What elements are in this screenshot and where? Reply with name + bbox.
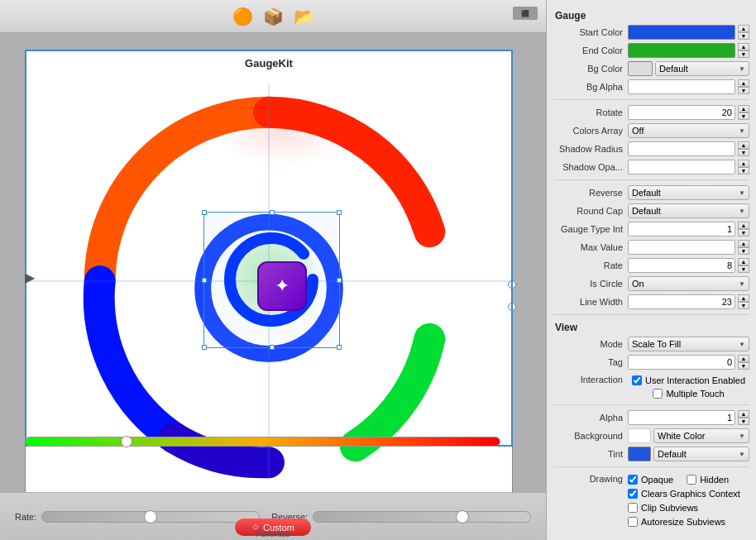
handle-bc[interactable] bbox=[270, 345, 275, 350]
reverse-slider[interactable] bbox=[313, 511, 531, 523]
handle-tc[interactable] bbox=[270, 210, 275, 215]
stepper-down[interactable]: ▼ bbox=[738, 247, 749, 255]
stepper-down[interactable]: ▼ bbox=[738, 149, 749, 156]
canvas-area: 🟠 📦 📂 ⬛ GaugeKit bbox=[0, 0, 546, 540]
tag-field[interactable] bbox=[628, 355, 735, 370]
handle-mr[interactable] bbox=[337, 278, 342, 283]
bg-color-dropdown[interactable]: Default ▼ bbox=[655, 61, 749, 76]
opaque-checkbox[interactable] bbox=[628, 475, 638, 485]
rotate-stepper[interactable]: ▲ ▼ bbox=[738, 105, 749, 120]
interaction-row: Interaction User Interaction Enabled Mul… bbox=[547, 371, 756, 401]
autoresize-label: Autoresize Subviews bbox=[641, 517, 725, 527]
colors-array-control: Off ▼ bbox=[628, 123, 749, 138]
tint-control: Default ▼ bbox=[628, 447, 749, 461]
stepper-up[interactable]: ▲ bbox=[738, 105, 749, 112]
background-dropdown[interactable]: White Color ▼ bbox=[653, 428, 749, 443]
max-value-stepper[interactable]: ▲ ▼ bbox=[738, 240, 749, 255]
gauge-type-int-field[interactable] bbox=[628, 222, 735, 237]
line-width-stepper[interactable]: ▲ ▼ bbox=[738, 294, 749, 309]
rate-slider[interactable] bbox=[41, 511, 260, 523]
max-value-label: Max Value bbox=[553, 242, 628, 252]
stepper-up[interactable]: ▲ bbox=[738, 240, 749, 247]
reverse-row: Reverse Default ▼ bbox=[547, 184, 756, 202]
rate-stepper[interactable]: ▲ ▼ bbox=[738, 258, 749, 273]
rate-slider-thumb[interactable] bbox=[121, 436, 132, 447]
dropdown-arrow: ▼ bbox=[739, 189, 745, 197]
stepper-up[interactable]: ▲ bbox=[738, 294, 749, 302]
tint-dropdown[interactable]: Default ▼ bbox=[653, 447, 749, 461]
stepper-up[interactable]: ▲ bbox=[738, 160, 749, 167]
stepper-down[interactable]: ▼ bbox=[738, 265, 749, 273]
is-circle-dropdown[interactable]: On ▼ bbox=[628, 276, 749, 291]
canvas-container[interactable]: GaugeKit bbox=[0, 33, 546, 492]
gauge-type-int-stepper[interactable]: ▲ ▼ bbox=[738, 222, 749, 237]
edge-handle-right[interactable] bbox=[508, 280, 516, 289]
end-color-well[interactable] bbox=[628, 43, 735, 58]
edge-handle-right2[interactable] bbox=[508, 303, 516, 311]
colors-array-value: Off bbox=[632, 126, 644, 136]
multiple-touch-checkbox[interactable] bbox=[653, 389, 663, 399]
handle-tr[interactable] bbox=[337, 210, 342, 215]
rotate-field[interactable]: 20 bbox=[628, 105, 735, 120]
stepper-down[interactable]: ▼ bbox=[738, 167, 749, 174]
user-interaction-label: User Interaction Enabled bbox=[645, 375, 745, 385]
handle-ml[interactable] bbox=[202, 278, 207, 283]
toolbar-icon-1[interactable]: 🟠 bbox=[232, 7, 253, 26]
stepper-up[interactable]: ▲ bbox=[738, 141, 749, 149]
colors-array-dropdown[interactable]: Off ▼ bbox=[628, 123, 749, 138]
bg-alpha-stepper[interactable]: ▲ ▼ bbox=[738, 79, 749, 94]
stepper-up[interactable]: ▲ bbox=[738, 43, 749, 50]
stepper-up[interactable]: ▲ bbox=[738, 258, 749, 265]
stepper-up[interactable]: ▲ bbox=[738, 355, 749, 362]
handle-tl[interactable] bbox=[202, 210, 207, 215]
handle-br[interactable] bbox=[337, 345, 342, 350]
dropdown-arrow: ▼ bbox=[739, 432, 745, 440]
autoresize-checkbox[interactable] bbox=[628, 517, 638, 527]
alpha-stepper[interactable]: ▲ ▼ bbox=[738, 410, 749, 425]
stepper-down[interactable]: ▼ bbox=[738, 229, 749, 237]
stepper-down[interactable]: ▼ bbox=[738, 302, 749, 309]
dropdown-arrow: ▼ bbox=[739, 451, 745, 458]
mode-dropdown[interactable]: Scale To Fill ▼ bbox=[628, 337, 749, 351]
stepper-down[interactable]: ▼ bbox=[738, 87, 749, 94]
shadow-radius-field[interactable] bbox=[628, 141, 735, 156]
stepper-up[interactable]: ▲ bbox=[738, 222, 749, 229]
left-arrow[interactable]: ▶ bbox=[25, 270, 35, 285]
stepper-down[interactable]: ▼ bbox=[738, 32, 749, 40]
drawing-row: Drawing Opaque Hidden Clears Graphics Co… bbox=[547, 471, 756, 529]
stepper-up[interactable]: ▲ bbox=[738, 410, 749, 418]
start-color-well[interactable] bbox=[628, 25, 735, 40]
stepper-up[interactable]: ▲ bbox=[738, 25, 749, 32]
toolbar-icon-2[interactable]: 📦 bbox=[263, 7, 284, 26]
handle-bl[interactable] bbox=[202, 345, 207, 350]
bg-alpha-field[interactable] bbox=[628, 79, 735, 94]
stepper-down[interactable]: ▼ bbox=[738, 362, 749, 370]
start-color-stepper[interactable]: ▲ ▼ bbox=[738, 25, 749, 40]
stepper-down[interactable]: ▼ bbox=[738, 418, 749, 425]
center-widget[interactable]: ✦ bbox=[257, 261, 307, 311]
colors-array-row: Colors Array Off ▼ bbox=[547, 122, 756, 140]
user-interaction-checkbox[interactable] bbox=[632, 375, 642, 385]
tag-stepper[interactable]: ▲ ▼ bbox=[738, 355, 749, 370]
background-color-well[interactable] bbox=[628, 428, 651, 443]
reverse-dropdown[interactable]: Default ▼ bbox=[628, 185, 749, 200]
max-value-field[interactable] bbox=[628, 240, 735, 255]
stepper-down[interactable]: ▼ bbox=[738, 50, 749, 58]
stepper-up[interactable]: ▲ bbox=[738, 79, 749, 87]
round-cap-dropdown[interactable]: Default ▼ bbox=[628, 203, 749, 218]
end-color-stepper[interactable]: ▲ ▼ bbox=[738, 43, 749, 58]
tag-row: Tag ▲ ▼ bbox=[547, 353, 756, 371]
toolbar-icon-3[interactable]: 📂 bbox=[294, 7, 314, 26]
rate-field[interactable] bbox=[628, 258, 735, 273]
shadow-radius-stepper[interactable]: ▲ ▼ bbox=[738, 141, 749, 156]
tint-color-well[interactable] bbox=[628, 447, 651, 461]
shadow-opa-field[interactable] bbox=[628, 160, 735, 174]
alpha-field[interactable] bbox=[628, 410, 735, 425]
clears-graphics-checkbox[interactable] bbox=[628, 489, 638, 499]
stepper-down[interactable]: ▼ bbox=[738, 112, 749, 120]
hidden-checkbox[interactable] bbox=[687, 475, 696, 485]
shadow-opa-stepper[interactable]: ▲ ▼ bbox=[738, 160, 749, 174]
line-width-field[interactable] bbox=[628, 294, 735, 309]
bg-color-well[interactable] bbox=[628, 61, 653, 76]
clip-subviews-checkbox[interactable] bbox=[628, 503, 638, 513]
